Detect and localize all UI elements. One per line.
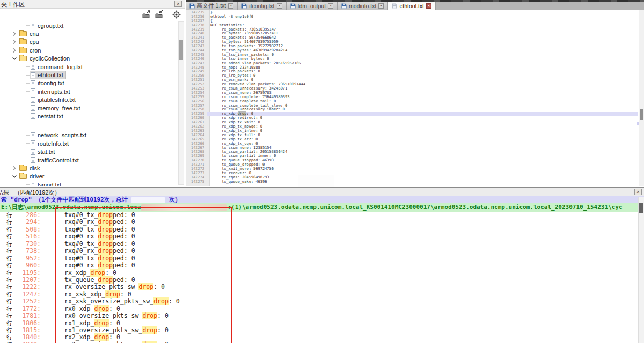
file-icon <box>31 64 35 70</box>
tab-close-icon[interactable]: × <box>228 3 233 9</box>
results-scrollbar[interactable] <box>638 197 644 343</box>
tree-folder-cpu[interactable]: cpu <box>0 38 178 46</box>
tree-branch-line <box>26 112 30 116</box>
result-line-number: 738: <box>15 248 41 255</box>
tree-file-command_log.txt[interactable]: command_log.txt <box>0 63 178 71</box>
tree-folder-cna[interactable]: cna <box>0 29 178 38</box>
tree-file-iptablesInfo.txt[interactable]: iptablesInfo.txt <box>0 96 178 104</box>
tab-close-icon[interactable]: × <box>328 3 333 9</box>
tree-item-label: netstat.txt <box>38 113 63 120</box>
results-scrollbar-thumb[interactable] <box>639 203 643 213</box>
folder-icon <box>19 48 27 53</box>
tree-file-ifconfig.txt[interactable]: ifconfig.txt <box>0 79 178 87</box>
tree-file-routeInfo.txt[interactable]: routeInfo.txt <box>0 139 178 147</box>
line-word-label: 行 <box>6 233 15 240</box>
line-text: rx_csum_unnecessary_inner: 0 <box>207 108 638 112</box>
file-icon <box>31 149 35 155</box>
editor-panel: 新文件 1.txt×ifconfig.txt×fdm_output×modinf… <box>186 0 644 187</box>
file-icon <box>31 140 35 146</box>
results-title-bar: 结果 - （匹配10192次） × <box>0 188 644 196</box>
tree-file-interrupts.txt[interactable]: interrupts.txt <box>0 87 178 95</box>
redacted-tree-area <box>0 121 178 131</box>
line-text: rx_xdp_tx_cqe: 0 <box>207 142 638 146</box>
tree-scrollbar-thumb[interactable] <box>179 40 183 60</box>
editor-line: 142275 tx_queue_wake: 46396 <box>186 180 638 184</box>
line-text: ethtool -S enp1s0f0 <box>207 15 638 19</box>
file-icon <box>31 113 35 119</box>
tab-modinfo.txt[interactable]: modinfo.txt× <box>338 2 388 10</box>
tree-item-label: command_log.txt <box>38 64 83 70</box>
editor-line: 142235} <box>186 11 638 15</box>
tab-新文件 1.txt[interactable]: 新文件 1.txt× <box>186 2 238 10</box>
result-line-number: 1195: <box>15 270 41 277</box>
line-text: tx_queue_wake: 46396 <box>207 180 638 184</box>
tab-ethtool.txt[interactable]: ethtool.txt× <box>388 2 436 10</box>
tree-file-trafficControl.txt[interactable]: trafficControl.txt <box>0 156 178 164</box>
line-word-label: 行 <box>6 241 15 248</box>
tree-file-stat.txt[interactable]: stat.txt <box>0 147 178 155</box>
line-word-label: 行 <box>6 262 15 269</box>
tree-item-label: trafficControl.txt <box>38 157 79 163</box>
tree-item-label: cpu <box>30 39 39 45</box>
tree-folder-cyclicCollection[interactable]: cyclicCollection <box>0 55 178 63</box>
tab-ifconfig.txt[interactable]: ifconfig.txt× <box>238 2 286 10</box>
file-icon <box>31 132 35 138</box>
tree-file-network_scripts.txt[interactable]: network_scripts.txt <box>0 131 178 139</box>
workspace-panel: 夹工作区 × cgroup.txtcnacpucroncyclicCollect… <box>0 0 185 187</box>
tab-close-icon[interactable]: × <box>378 3 384 9</box>
chevron-down-icon[interactable] <box>12 56 19 61</box>
tab-close-icon[interactable]: × <box>426 3 431 9</box>
line-word-label: 行 <box>6 298 15 305</box>
tree-file-cgroup.txt[interactable]: cgroup.txt <box>0 21 178 29</box>
chevron-right-icon[interactable] <box>12 31 19 36</box>
file-icon <box>31 23 35 28</box>
annotation-rectangle <box>55 207 232 343</box>
tab-fdm_output[interactable]: fdm_output× <box>287 2 338 10</box>
folder-icon <box>19 174 27 179</box>
line-text: rx_lro_bytes: 0 <box>207 74 638 78</box>
tab-label: modinfo.txt <box>349 3 376 9</box>
tree-folder-cron[interactable]: cron <box>0 46 178 54</box>
tree-item-label: driver <box>30 173 45 180</box>
tree-file-ethtool.txt[interactable]: ethtool.txt <box>0 71 178 79</box>
results-title: 结果 - （匹配10192次） <box>0 188 60 196</box>
tree-branch-line <box>26 181 30 185</box>
result-line-number: 730: <box>15 241 41 248</box>
line-text: rx_xdp_tx_mpwqe: 0 <box>207 125 638 129</box>
editor-tab-bar: 新文件 1.txt×ifconfig.txt×fdm_output×modinf… <box>186 2 644 10</box>
editor-scrollbar[interactable] <box>639 10 644 186</box>
line-word-label: 行 <box>6 270 15 277</box>
chevron-down-icon[interactable] <box>12 174 19 179</box>
tree-folder-driver[interactable]: driver <box>0 173 178 181</box>
locate-current-file-icon[interactable] <box>172 10 181 19</box>
line-word-label: 行 <box>6 219 15 226</box>
chevron-right-icon[interactable] <box>12 39 19 44</box>
workspace-close-icon[interactable]: × <box>174 1 182 7</box>
line-word-label: 行 <box>6 327 15 334</box>
editor-scrollbar-thumb[interactable] <box>640 109 643 120</box>
expand-all-icon[interactable] <box>142 10 151 19</box>
tree-file-memory_free.txt[interactable]: memory_free.txt <box>0 104 178 112</box>
tree-item-label: iptablesInfo.txt <box>38 96 76 103</box>
tree-file-lsmod.txt[interactable]: lsmod.txt <box>0 181 178 186</box>
redacted-area <box>131 197 165 203</box>
tree-scrollbar[interactable] <box>178 21 184 185</box>
result-line-number: 1781: <box>15 312 41 319</box>
tree-folder-disk[interactable]: disk <box>0 164 178 172</box>
tree-branch-line <box>26 104 30 108</box>
tree-item-label: cron <box>30 47 41 54</box>
tree-file-netstat.txt[interactable]: netstat.txt <box>0 112 178 120</box>
line-text: tx_queue_stopped: 46393 <box>207 159 638 163</box>
chevron-right-icon[interactable] <box>12 48 19 53</box>
folder-icon <box>19 39 27 44</box>
line-text: rx_xdp_tx_full: 0 <box>207 133 638 138</box>
path-suffix: r(1)\armod0523.odata.ncmp.unicom.local_K… <box>228 204 622 211</box>
collapse-all-icon[interactable] <box>155 10 164 19</box>
tree-branch-line <box>26 139 30 144</box>
tree-item-label: routeInfo.txt <box>38 140 69 147</box>
editor-text-area[interactable]: 142235}142236ethtool -S enp1s0f0142237{1… <box>186 11 638 186</box>
tree-branch-line <box>26 87 30 92</box>
results-close-icon[interactable]: × <box>634 189 642 195</box>
chevron-right-icon[interactable] <box>12 166 19 171</box>
tab-close-icon[interactable]: × <box>277 3 282 9</box>
